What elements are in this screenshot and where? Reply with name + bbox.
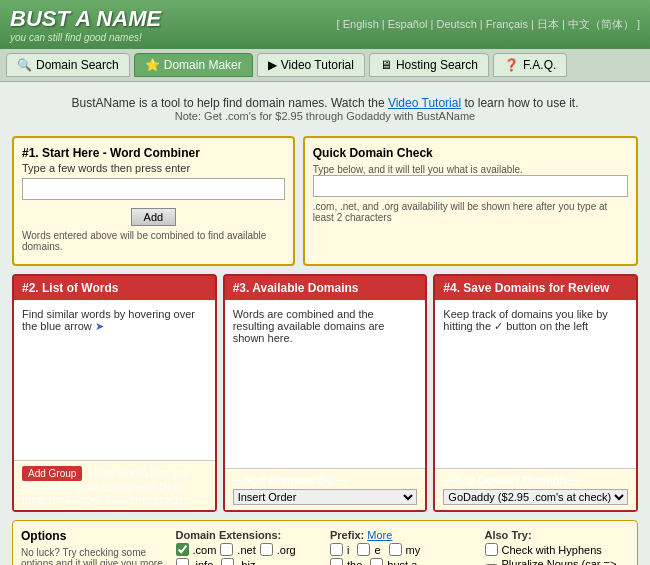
ext-net-label: .net — [237, 544, 255, 556]
save-domains-header: #4. Save Domains for Review — [435, 276, 636, 300]
pre-e-checkbox[interactable] — [357, 543, 370, 556]
ext-org-label: .org — [277, 544, 296, 556]
logo-text: BUST A NAME — [10, 6, 161, 32]
available-domains-text: Words are combined and the resulting ava… — [233, 308, 385, 344]
also-try-label: Also Try: — [485, 529, 630, 541]
try-hyphens-label: Check with Hyphens — [502, 544, 602, 556]
nav-hosting-search[interactable]: 🖥 Hosting Search — [369, 53, 489, 77]
domain-extensions-label: Domain Extensions: — [176, 529, 321, 541]
language-bar[interactable]: [ English | Español | Deutsch | Français… — [337, 17, 640, 32]
video-tutorial-link[interactable]: Video Tutorial — [388, 96, 461, 110]
try-pluralize-label: Pluralize Nouns (car => cars) — [502, 558, 630, 565]
blue-arrow-icon: ➤ — [95, 320, 104, 332]
navigation-bar: 🔍 Domain Search ⭐ Domain Maker ▶ Video T… — [0, 49, 650, 82]
logo-area: BUST A NAME you can still find good name… — [10, 6, 161, 43]
available-domains-panel: #3. Available Domains Words are combined… — [223, 274, 428, 512]
available-domains-footer: —Sort Domains By:— Insert Order — [225, 468, 426, 510]
pre-i-checkbox[interactable] — [330, 543, 343, 556]
quick-check-panel: Quick Domain Check Type below, and it wi… — [303, 136, 638, 266]
nav-faq-label: F.A.Q. — [523, 58, 556, 72]
nav-video-tutorial[interactable]: ▶ Video Tutorial — [257, 53, 365, 77]
options-desc: No luck? Try checking some options and i… — [21, 547, 166, 565]
server-icon: 🖥 — [380, 58, 392, 72]
nav-domain-maker-label: Domain Maker — [164, 58, 242, 72]
main-content: BustAName is a tool to help find domain … — [0, 82, 650, 565]
quick-check-heading: Quick Domain Check — [313, 146, 628, 160]
pre-busta-label: bust a — [387, 559, 417, 566]
quick-check-input[interactable] — [313, 175, 628, 197]
intro-note: Note: Get .com's for $2.95 through Godad… — [12, 110, 638, 122]
save-domains-text: Keep track of domains you like by hittin… — [443, 308, 607, 332]
search-icon: 🔍 — [17, 58, 32, 72]
also-try-section: Also Try: Check with Hyphens Pluralize N… — [485, 529, 630, 565]
add-group-button[interactable]: Add Group — [22, 466, 82, 481]
top-panels: #1. Start Here - Word Combiner Type a fe… — [12, 136, 638, 266]
try-hyphens-row: Check with Hyphens — [485, 543, 630, 556]
ext-info-row: .info .biz — [176, 558, 321, 565]
question-icon: ❓ — [504, 58, 519, 72]
logo-subtitle: you can still find good names! — [10, 32, 161, 43]
prefix-more-link[interactable]: More — [367, 529, 392, 541]
list-of-words-body: Find similar words by hovering over the … — [14, 300, 215, 460]
ext-com-label: .com — [193, 544, 217, 556]
intro-section: BustAName is a tool to help find domain … — [12, 90, 638, 128]
intro-text: BustAName is a tool to help find domain … — [12, 96, 638, 110]
available-domains-header: #3. Available Domains — [225, 276, 426, 300]
ext-com-row: .com .net .org — [176, 543, 321, 556]
pre-the-row: the bust a — [330, 558, 475, 565]
nav-video-tutorial-label: Video Tutorial — [281, 58, 354, 72]
list-of-words-panel: #2. List of Words Find similar words by … — [12, 274, 217, 512]
options-panel: Options No luck? Try checking some optio… — [12, 520, 638, 565]
play-icon: ▶ — [268, 58, 277, 72]
buy-label: —Buy Domain Through:— — [443, 474, 628, 486]
word-combiner-heading: #1. Start Here - Word Combiner — [22, 146, 285, 160]
pre-busta-checkbox[interactable] — [370, 558, 383, 565]
list-of-words-footer: Add Group Have words that you don't want… — [14, 460, 215, 510]
pre-my-checkbox[interactable] — [389, 543, 402, 556]
sort-label: —Sort Domains By:— — [233, 474, 418, 486]
prefix-suffix-section: Prefix: More i e my the bust a Suffix: M… — [330, 529, 475, 565]
pre-i-row: i e my — [330, 543, 475, 556]
save-domains-body: Keep track of domains you like by hittin… — [435, 300, 636, 468]
ext-com-checkbox[interactable] — [176, 543, 189, 556]
try-hyphens-checkbox[interactable] — [485, 543, 498, 556]
prefix-label: Prefix: More — [330, 529, 475, 541]
buy-select[interactable]: GoDaddy ($2.95 .com's at check) — [443, 489, 628, 505]
pre-my-label: my — [406, 544, 421, 556]
nav-domain-search-label: Domain Search — [36, 58, 119, 72]
star-icon: ⭐ — [145, 58, 160, 72]
nav-faq[interactable]: ❓ F.A.Q. — [493, 53, 567, 77]
pre-the-checkbox[interactable] — [330, 558, 343, 565]
quick-check-desc: Type below, and it will tell you what is… — [313, 164, 628, 175]
try-pluralize-row: Pluralize Nouns (car => cars) — [485, 558, 630, 565]
word-combiner-subheading: Type a few words then press enter — [22, 162, 285, 174]
add-word-button[interactable]: Add — [131, 208, 177, 226]
pre-the-label: the — [347, 559, 362, 566]
nav-domain-maker[interactable]: ⭐ Domain Maker — [134, 53, 253, 77]
list-of-words-header: #2. List of Words — [14, 276, 215, 300]
quick-check-note: .com, .net, and .org availability will b… — [313, 201, 628, 223]
sort-select[interactable]: Insert Order — [233, 489, 418, 505]
save-domains-footer: —Buy Domain Through:— GoDaddy ($2.95 .co… — [435, 468, 636, 510]
options-section: Options No luck? Try checking some optio… — [21, 529, 166, 565]
pre-e-label: e — [374, 544, 380, 556]
pre-i-label: i — [347, 544, 349, 556]
page-header: BUST A NAME you can still find good name… — [0, 0, 650, 49]
word-combiner-desc: Words entered above will be combined to … — [22, 230, 285, 252]
ext-info-checkbox[interactable] — [176, 558, 189, 565]
word-combiner-panel: #1. Start Here - Word Combiner Type a fe… — [12, 136, 295, 266]
save-domains-panel: #4. Save Domains for Review Keep track o… — [433, 274, 638, 512]
ext-biz-label: .biz — [238, 559, 255, 566]
ext-net-checkbox[interactable] — [220, 543, 233, 556]
middle-panels: #2. List of Words Find similar words by … — [12, 274, 638, 512]
nav-hosting-search-label: Hosting Search — [396, 58, 478, 72]
options-heading: Options — [21, 529, 166, 543]
available-domains-body: Words are combined and the resulting ava… — [225, 300, 426, 468]
ext-biz-checkbox[interactable] — [221, 558, 234, 565]
ext-org-checkbox[interactable] — [260, 543, 273, 556]
nav-domain-search[interactable]: 🔍 Domain Search — [6, 53, 130, 77]
word-combiner-input[interactable] — [22, 178, 285, 200]
domain-extensions-section: Domain Extensions: .com .net .org .info … — [176, 529, 321, 565]
ext-info-label: .info — [193, 559, 214, 566]
list-of-words-text: Find similar words by hovering over the … — [22, 308, 195, 332]
